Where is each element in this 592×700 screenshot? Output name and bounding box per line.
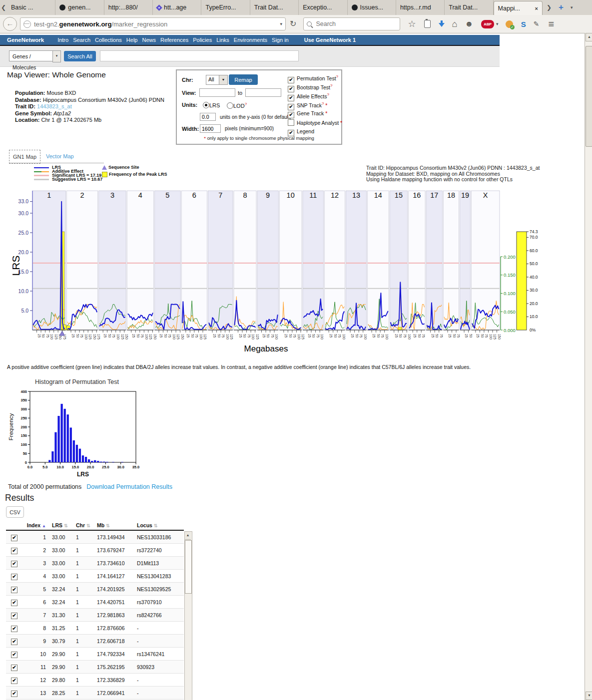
browser-tab[interactable]: http:...880/ bbox=[104, 0, 153, 15]
chr-select-dropdown-icon[interactable]: ▼ bbox=[219, 75, 228, 85]
site-nav-item-search[interactable]: Search bbox=[73, 37, 90, 43]
browser-tab[interactable]: genen... bbox=[55, 0, 104, 15]
remap-button[interactable]: Remap bbox=[229, 74, 258, 85]
search-category-dropdown-icon[interactable]: ▾ bbox=[52, 50, 61, 62]
menu-hamburger-icon[interactable]: ≡ bbox=[548, 20, 554, 28]
bookmarks-menu-icon[interactable] bbox=[424, 20, 431, 28]
genome-scan-chart[interactable]: 12345678910111213141516171819X2550751001… bbox=[12, 187, 542, 354]
radio-selected-icon[interactable] bbox=[203, 102, 209, 108]
browser-tab[interactable]: Exceptio... bbox=[299, 0, 347, 15]
browser-tab[interactable]: TypeErro... bbox=[201, 0, 250, 15]
use-gn1-link[interactable]: Use GeneNetwork 1 bbox=[304, 37, 356, 43]
scrollbar-thumb[interactable] bbox=[586, 46, 592, 147]
sort-asc-icon[interactable]: ▲ bbox=[42, 524, 46, 528]
col-mb[interactable]: Mb ⇅ bbox=[95, 521, 135, 530]
search-all-button[interactable]: Search All bbox=[64, 51, 96, 61]
tab-scroll-left-icon[interactable]: ❮ bbox=[0, 0, 7, 15]
width-input[interactable] bbox=[200, 124, 221, 133]
adblock-dropdown-icon[interactable]: ▾ bbox=[496, 21, 499, 26]
option-legend[interactable]: ✔Legend bbox=[288, 128, 314, 135]
row-checkbox-checked-icon[interactable]: ✔ bbox=[11, 665, 17, 671]
s-addon-icon[interactable]: S bbox=[521, 20, 526, 28]
browser-tab[interactable]: Trait Dat... bbox=[250, 0, 299, 15]
site-nav-item-help[interactable]: Help bbox=[126, 37, 138, 43]
tab-list-dropdown-icon[interactable]: ▾ bbox=[571, 5, 573, 10]
option-haplotype-analyst[interactable]: Haplotype Analyst * bbox=[288, 119, 342, 126]
reload-icon[interactable]: ↻ bbox=[290, 20, 296, 28]
browser-tab[interactable]: https...r.md bbox=[396, 0, 445, 15]
checkbox-unchecked-icon[interactable] bbox=[288, 119, 294, 126]
row-checkbox-checked-icon[interactable]: ✔ bbox=[11, 613, 17, 619]
option-snp-track[interactable]: ✔SNP Track? * bbox=[288, 101, 327, 108]
row-checkbox-checked-icon[interactable]: ✔ bbox=[11, 561, 17, 567]
close-tab-icon[interactable]: × bbox=[535, 5, 538, 11]
col-lrs[interactable]: LRS ⇅ bbox=[50, 521, 74, 530]
browser-search-input[interactable] bbox=[315, 20, 397, 28]
row-checkbox-checked-icon[interactable]: ✔ bbox=[11, 639, 17, 645]
table-scrollbar[interactable]: ▲ bbox=[184, 531, 192, 700]
site-nav-item-policies[interactable]: Policies bbox=[193, 37, 212, 43]
cookie-addon-icon[interactable] bbox=[506, 20, 513, 28]
radio-icon[interactable] bbox=[227, 102, 233, 109]
help-icon[interactable]: ? bbox=[327, 92, 329, 97]
tab-scroll-right-icon[interactable]: ❯ bbox=[547, 4, 552, 11]
option-bootstrap-test[interactable]: ✔Bootstrap Test? bbox=[288, 83, 332, 90]
csv-button[interactable]: CSV bbox=[6, 506, 24, 518]
site-nav-item-references[interactable]: References bbox=[160, 37, 188, 43]
row-checkbox-checked-icon[interactable]: ✔ bbox=[11, 678, 17, 684]
browser-tab[interactable]: Mappi...× bbox=[494, 1, 543, 15]
col-index[interactable]: Index ▲ bbox=[21, 521, 50, 530]
row-checkbox-checked-icon[interactable]: ✔ bbox=[11, 626, 17, 632]
site-nav-item-links[interactable]: Links bbox=[216, 37, 229, 43]
option-allele-effects[interactable]: ✔Allele Effects? bbox=[288, 92, 329, 99]
y-units-input[interactable] bbox=[200, 113, 216, 121]
col-locus[interactable]: Locus ⇅ bbox=[135, 521, 184, 530]
sort-icon[interactable]: ⇅ bbox=[86, 523, 90, 528]
adblock-icon[interactable]: ABP bbox=[481, 20, 494, 28]
browser-tab[interactable]: Trait Dat... bbox=[445, 0, 493, 15]
scroll-down-icon[interactable]: ▼ bbox=[586, 692, 592, 700]
sort-icon[interactable]: ⇅ bbox=[154, 523, 158, 528]
row-checkbox-checked-icon[interactable]: ✔ bbox=[11, 548, 17, 554]
col-chr[interactable]: Chr ⇅ bbox=[74, 521, 95, 530]
site-nav-item-intro[interactable]: Intro bbox=[57, 37, 68, 43]
units-lrs-radio[interactable]: LRS bbox=[203, 102, 220, 108]
sort-icon[interactable]: ⇅ bbox=[106, 523, 110, 528]
row-checkbox-checked-icon[interactable]: ✔ bbox=[11, 574, 17, 580]
checkbox-checked-icon[interactable]: ✔ bbox=[288, 77, 294, 83]
bookmark-star-icon[interactable]: ☆ bbox=[408, 20, 416, 28]
downloads-icon[interactable] bbox=[439, 20, 445, 27]
row-checkbox-checked-icon[interactable]: ✔ bbox=[11, 535, 17, 541]
units-lod-radio[interactable]: LOD? bbox=[227, 102, 247, 109]
site-identity-icon[interactable] bbox=[23, 20, 31, 28]
option-permutation-test[interactable]: ✔Permutation Test? bbox=[288, 74, 338, 81]
browser-tab[interactable]: Basic ... bbox=[7, 0, 55, 15]
option-gene-track[interactable]: ✔Gene Track * bbox=[288, 110, 327, 117]
scroll-up-icon[interactable]: ▲ bbox=[586, 33, 592, 41]
checkbox-checked-icon[interactable]: ✔ bbox=[288, 86, 294, 92]
site-brand[interactable]: GeneNetwork bbox=[7, 37, 44, 43]
view-to-input[interactable] bbox=[245, 88, 281, 97]
sort-icon[interactable]: ⇅ bbox=[64, 523, 68, 528]
tab-vector-map[interactable]: Vector Map bbox=[46, 153, 74, 159]
row-checkbox-checked-icon[interactable]: ✔ bbox=[11, 587, 17, 593]
site-search-input[interactable] bbox=[100, 50, 299, 61]
help-icon[interactable]: ? bbox=[245, 102, 247, 106]
page-scrollbar[interactable]: ▲ ▼ bbox=[585, 33, 592, 700]
download-permutation-link[interactable]: Download Permutation Results bbox=[86, 483, 172, 490]
new-tab-button[interactable]: + bbox=[559, 0, 564, 14]
help-icon[interactable]: ? bbox=[330, 83, 332, 88]
site-nav-item-news[interactable]: News bbox=[142, 37, 156, 43]
tab-gn1-map[interactable]: GN1 Map bbox=[9, 150, 40, 164]
table-scroll-up-icon[interactable]: ▲ bbox=[185, 532, 191, 540]
site-nav-item-collections[interactable]: Collections bbox=[95, 37, 122, 43]
help-icon[interactable]: ? bbox=[336, 74, 338, 79]
chat-icon[interactable]: ☻ bbox=[465, 20, 473, 28]
site-nav-item-environments[interactable]: Environments bbox=[234, 37, 267, 43]
back-button[interactable]: ← bbox=[3, 17, 17, 31]
search-category-select[interactable]: Genes / Molecules bbox=[9, 50, 53, 61]
view-from-input[interactable] bbox=[199, 88, 235, 97]
checkbox-checked-icon[interactable]: ✔ bbox=[288, 112, 294, 118]
row-checkbox-checked-icon[interactable]: ✔ bbox=[11, 600, 17, 606]
table-scrollbar-thumb[interactable] bbox=[185, 540, 192, 594]
